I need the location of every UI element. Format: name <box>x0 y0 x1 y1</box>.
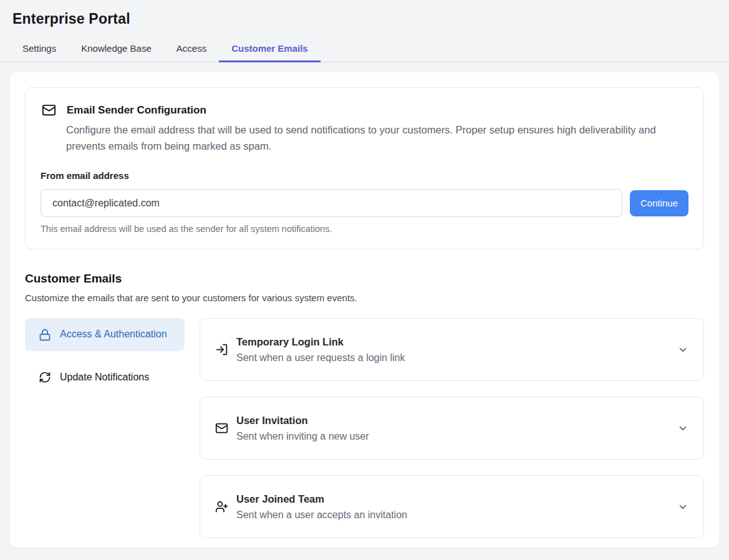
page-header: Enterprise Portal <box>0 0 729 27</box>
email-category-sidebar: Access & Authentication Update Notificat… <box>25 318 185 538</box>
mail-icon <box>42 103 56 117</box>
tab-bar: Settings Knowledge Base Access Customer … <box>0 37 729 62</box>
email-card-user-invitation[interactable]: User Invitation Sent when inviting a new… <box>200 397 704 460</box>
email-template-list: Temporary Login Link Sent when a user re… <box>200 318 704 538</box>
sidebar-item-label: Access & Authentication <box>60 327 167 342</box>
customer-emails-title: Customer Emails <box>25 272 704 286</box>
main-panel: Email Sender Configuration Configure the… <box>10 72 719 548</box>
email-card-temporary-login-link[interactable]: Temporary Login Link Sent when a user re… <box>200 318 704 381</box>
chevron-down-icon[interactable] <box>677 423 688 434</box>
chevron-down-icon[interactable] <box>677 501 688 513</box>
email-card-subtitle: Sent when inviting a new user <box>236 431 369 442</box>
login-icon <box>215 343 228 356</box>
email-card-title: User Joined Team <box>236 493 407 505</box>
page-title: Enterprise Portal <box>12 11 717 27</box>
sender-config-description: Configure the email address that will be… <box>66 122 677 154</box>
chevron-down-icon[interactable] <box>677 344 688 355</box>
sender-config-title: Email Sender Configuration <box>67 104 206 117</box>
tab-settings[interactable]: Settings <box>10 37 69 62</box>
email-card-subtitle: Sent when a user accepts an invitation <box>236 509 407 521</box>
email-sender-configuration-card: Email Sender Configuration Configure the… <box>25 87 704 249</box>
sidebar-item-access-authentication[interactable]: Access & Authentication <box>25 318 185 351</box>
mail-icon <box>215 422 228 435</box>
email-card-title: Temporary Login Link <box>236 336 405 348</box>
customer-emails-description: Customize the emails that are sent to yo… <box>25 292 704 303</box>
sidebar-item-update-notifications[interactable]: Update Notifications <box>25 362 185 392</box>
email-card-title: User Invitation <box>236 415 369 427</box>
tab-access[interactable]: Access <box>164 37 219 62</box>
from-email-helper-text: This email address will be used as the s… <box>41 224 688 234</box>
continue-button[interactable]: Continue <box>630 190 688 216</box>
tab-customer-emails[interactable]: Customer Emails <box>219 37 321 62</box>
from-email-input[interactable] <box>41 189 622 217</box>
from-email-label: From email address <box>41 170 688 181</box>
refresh-icon <box>39 371 51 384</box>
email-card-subtitle: Sent when a user requests a login link <box>236 352 405 364</box>
user-plus-icon <box>215 500 228 513</box>
sidebar-item-label: Update Notifications <box>60 372 149 383</box>
lock-icon <box>39 329 51 341</box>
tab-knowledge-base[interactable]: Knowledge Base <box>69 37 164 62</box>
email-card-user-joined-team[interactable]: User Joined Team Sent when a user accept… <box>200 475 704 538</box>
